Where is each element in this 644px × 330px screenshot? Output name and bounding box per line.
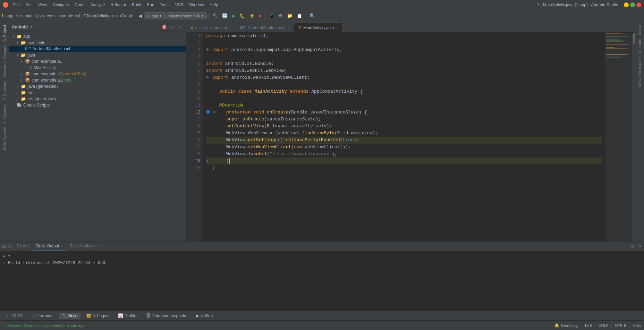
menu-vcs[interactable]: VCS	[173, 2, 186, 8]
menu-view[interactable]: View	[36, 2, 49, 8]
structure-btn[interactable]: 2: Structure	[2, 79, 7, 102]
tree-label-androidmanifest: AndroidManifest.xml	[32, 46, 70, 51]
run-button[interactable]: ▶	[230, 12, 237, 19]
avd-button[interactable]: 📱	[267, 12, 276, 19]
stop-button[interactable]: ■	[257, 12, 263, 19]
tab-mainactivity-java[interactable]: C MainActivity.java ×	[294, 23, 342, 32]
close-button[interactable]: ×	[636, 2, 641, 7]
tree-item-com-example-a1[interactable]: ▼ 📦 com.example.a1	[9, 58, 186, 65]
breadcrumb-mainactivity[interactable]: MainActivity	[87, 14, 109, 18]
encoding[interactable]: UTF-8	[615, 323, 626, 328]
menu-code[interactable]: Code	[73, 2, 87, 8]
tree-item-manifests[interactable]: ▼ 📂 manifests	[9, 40, 186, 46]
toolbar-sep-2	[265, 12, 265, 19]
tree-item-java-generated[interactable]: ▷ 📁 java (generated)	[9, 83, 186, 90]
tree-item-gradle[interactable]: ▷ 🐘 Gradle Scripts	[9, 102, 186, 108]
menu-edit[interactable]: Edit	[23, 2, 35, 8]
logcat-tool-btn[interactable]: 🐱 6: Logcat	[83, 313, 112, 319]
tab-sync[interactable]: Sync ×	[13, 242, 33, 251]
tree-item-app[interactable]: ▼ 📁 app	[9, 33, 186, 40]
build-tool-btn[interactable]: 🔨 Build	[59, 313, 80, 319]
profiler-tool-btn[interactable]: 📊 Profiler	[115, 313, 141, 319]
code-line-2	[206, 40, 602, 46]
panel-header-actions: 🎯 ⚙ ×	[160, 24, 183, 30]
main-content: 1: Project Resource Manager 2: Structure…	[0, 22, 644, 241]
tree-item-res[interactable]: ▷ 📁 res	[9, 90, 186, 96]
sync-button[interactable]: 🔄	[220, 12, 229, 19]
tab-androidmanifest-xml[interactable]: MF AndroidManifest.xml ×	[236, 23, 294, 32]
device-selector[interactable]: Xiaomi Redmi K30 ▾	[166, 12, 207, 19]
project-sidebar-btn[interactable]: 1: Project	[2, 24, 7, 42]
app-selector[interactable]: ▶ app ▾	[144, 12, 164, 19]
menu-window[interactable]: Window	[187, 2, 206, 8]
panel-close-button[interactable]: ×	[178, 24, 183, 30]
menu-tools[interactable]: Tools	[158, 2, 172, 8]
event-log-btn[interactable]: 🔔 Event Log	[554, 323, 578, 328]
profile-button[interactable]: ⚡	[247, 12, 256, 19]
sdk-button[interactable]: ⚙	[277, 12, 285, 19]
bottom-close-icon[interactable]: ×	[637, 243, 643, 249]
device-file-sidebar-btn[interactable]: Device File Explorer	[637, 55, 642, 88]
breadcrumb-1[interactable]: 1	[1, 14, 4, 18]
back-button[interactable]: ◀	[137, 12, 144, 19]
run-tool-btn[interactable]: ▶ 4: Run	[193, 313, 215, 319]
build-output-tab-close[interactable]: ×	[61, 244, 63, 248]
tab-build-analyzer[interactable]: Build Analyzer ×	[66, 242, 103, 251]
emulator-sidebar-btn[interactable]: Emulator	[637, 37, 642, 54]
tab-build-output[interactable]: Build Output ×	[33, 242, 66, 251]
menu-file[interactable]: File	[11, 2, 22, 8]
tab-close-androidmanifest[interactable]: ×	[287, 26, 289, 29]
build-analyzer-tab-close[interactable]: ×	[98, 244, 100, 248]
menu-run[interactable]: Run	[145, 2, 156, 8]
folder-icon: 📂	[21, 53, 26, 58]
database-tool-btn[interactable]: 🗄 Database Inspector	[143, 313, 190, 319]
breadcrumb-oncreate[interactable]: onCreate	[116, 14, 133, 18]
tree-item-test[interactable]: ▷ 📦 com.example.a1 (test)	[9, 77, 186, 83]
ln-7: 7	[189, 74, 201, 81]
menu-refactor[interactable]: Refactor	[109, 2, 128, 8]
gradle-sidebar-btn[interactable]: Gradle	[637, 24, 642, 37]
tree-item-java[interactable]: ▼ 📂 java	[9, 52, 186, 58]
panel-settings-button[interactable]: ⚙	[170, 24, 176, 30]
menu-help[interactable]: Help	[207, 2, 220, 8]
tree-item-res-generated[interactable]: ▷ 📁 res (generated)	[9, 96, 186, 102]
line-ending[interactable]: CRLF	[599, 323, 609, 328]
debug-button[interactable]: 🐛	[238, 12, 247, 19]
bottom-settings-icon[interactable]: ⚙	[629, 243, 636, 249]
resource-manager-btn[interactable]: Resource Manager	[2, 43, 7, 78]
tab-close-activity-main[interactable]: ×	[229, 26, 231, 29]
device-file-button[interactable]: 📁	[285, 12, 294, 19]
cursor-position[interactable]: 19:6	[584, 323, 592, 328]
menu-build[interactable]: Build	[130, 2, 143, 8]
tab-close-mainactivity[interactable]: ×	[336, 26, 338, 29]
build-output-tab-label: Build Output	[36, 244, 59, 248]
minimize-button[interactable]: −	[624, 2, 629, 7]
tab-activity-main-xml[interactable]: X activity_main.xml ×	[186, 23, 236, 32]
make-project-button[interactable]: 🔨	[211, 12, 220, 19]
maximize-button[interactable]: □	[630, 2, 635, 7]
scrollbar[interactable]	[632, 33, 635, 241]
breadcrumb-example[interactable]: example	[57, 14, 73, 18]
favorites-btn[interactable]: 2: Favorites	[2, 102, 7, 125]
code-content[interactable]: package com.example.a1; ⊕ import android…	[203, 33, 604, 241]
breadcrumb-java[interactable]: java	[36, 14, 44, 18]
tree-item-androidtest[interactable]: ▷ 📦 com.example.a1 (androidTest)	[9, 71, 186, 77]
menu-navigate[interactable]: Navigate	[51, 2, 71, 8]
breadcrumb-a1[interactable]: a1	[76, 14, 80, 18]
search-everywhere-button[interactable]: 🔍	[308, 12, 317, 19]
logcat-button[interactable]: 📋	[295, 12, 304, 19]
locate-file-button[interactable]: 🎯	[160, 24, 168, 30]
code-line-1: package com.example.a1;	[206, 33, 602, 40]
code-editor[interactable]: 1 2 3 4 5 6 7 8 9 10 11 12 13 14 15 16 1…	[186, 33, 635, 241]
tree-item-mainactivity[interactable]: ▷ C MainActivity	[9, 65, 186, 71]
breadcrumb-main[interactable]: main	[25, 14, 34, 18]
sync-tab-close[interactable]: ×	[27, 244, 29, 248]
menu-analyze[interactable]: Analyze	[88, 2, 107, 8]
terminal-tool-btn[interactable]: ⬛ Terminal	[28, 313, 56, 319]
breadcrumb-com[interactable]: com	[47, 14, 55, 18]
breadcrumb-app[interactable]: app	[7, 14, 14, 18]
tree-item-androidmanifest[interactable]: ▷ MF AndroidManifest.xml	[9, 46, 186, 52]
build-variants-btn[interactable]: Build Variants	[2, 126, 7, 152]
breadcrumb-src[interactable]: src	[16, 14, 22, 18]
todo-tool-btn[interactable]: ☑ TODO	[3, 313, 25, 319]
